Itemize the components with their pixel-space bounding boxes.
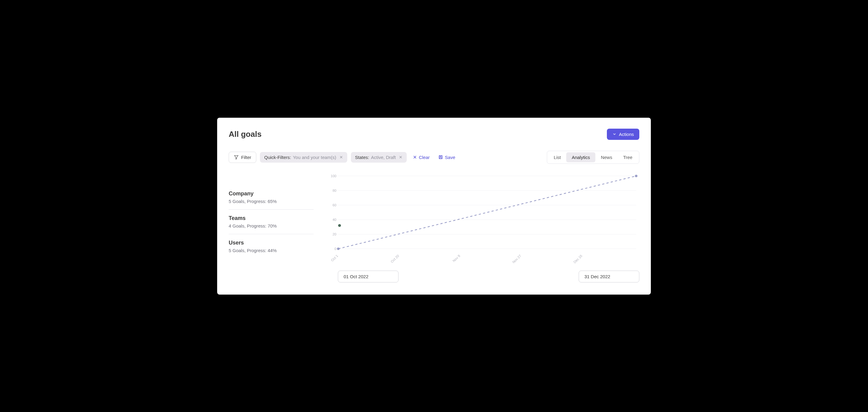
sidebar-block-sub: 5 Goals, Progress: 44% xyxy=(229,248,314,253)
date-start-input[interactable] xyxy=(338,271,399,283)
close-icon[interactable] xyxy=(339,155,343,160)
actions-button[interactable]: Actions xyxy=(607,129,639,140)
clear-label: Clear xyxy=(419,155,430,160)
actions-label: Actions xyxy=(619,132,634,137)
view-tabs: List Analytics News Tree xyxy=(547,151,639,164)
toolbar-left: Filter Quick-Filters: You and your team(… xyxy=(229,152,458,163)
svg-text:60: 60 xyxy=(333,203,337,207)
svg-text:Dec 16: Dec 16 xyxy=(572,254,583,264)
tab-tree[interactable]: Tree xyxy=(618,152,638,162)
save-button[interactable]: Save xyxy=(436,153,458,162)
chip-label: Quick-Filters: xyxy=(264,155,291,160)
date-end-input[interactable] xyxy=(579,271,639,283)
x-icon xyxy=(413,155,417,159)
sidebar-block-title: Teams xyxy=(229,215,314,222)
svg-line-26 xyxy=(338,176,636,249)
sidebar-block-sub: 5 Goals, Progress: 65% xyxy=(229,199,314,204)
svg-text:Oct 20: Oct 20 xyxy=(390,254,400,263)
chip-quick-filters[interactable]: Quick-Filters: You and your team(s) xyxy=(260,152,347,163)
sidebar-block-users[interactable]: Users 5 Goals, Progress: 44% xyxy=(229,234,314,259)
chip-label: States: xyxy=(355,155,369,160)
chart-svg: 020406080100Oct 1Oct 20Nov 8Nov 27Dec 16 xyxy=(326,173,639,264)
sidebar-block-company[interactable]: Company 5 Goals, Progress: 65% xyxy=(229,185,314,209)
filter-button[interactable]: Filter xyxy=(229,152,256,163)
page-title: All goals xyxy=(229,129,261,139)
filter-label: Filter xyxy=(241,155,251,160)
content: Company 5 Goals, Progress: 65% Teams 4 G… xyxy=(229,173,639,283)
svg-text:20: 20 xyxy=(333,232,337,236)
svg-text:Nov 27: Nov 27 xyxy=(512,254,522,264)
svg-text:80: 80 xyxy=(333,189,337,193)
chip-states[interactable]: States: Active, Draft xyxy=(351,152,407,163)
sidebar: Company 5 Goals, Progress: 65% Teams 4 G… xyxy=(229,173,314,283)
save-label: Save xyxy=(445,155,455,160)
sidebar-block-title: Users xyxy=(229,240,314,246)
svg-marker-0 xyxy=(235,156,238,159)
clear-button[interactable]: Clear xyxy=(410,153,432,162)
sidebar-block-teams[interactable]: Teams 4 Goals, Progress: 70% xyxy=(229,209,314,234)
chip-value: You and your team(s) xyxy=(293,155,336,160)
tab-list[interactable]: List xyxy=(548,152,566,162)
svg-rect-8 xyxy=(440,157,441,159)
svg-text:Oct 1: Oct 1 xyxy=(330,254,339,262)
svg-text:0: 0 xyxy=(335,247,336,251)
sidebar-block-title: Company xyxy=(229,190,314,197)
header: All goals Actions xyxy=(229,129,639,140)
filter-icon xyxy=(234,155,239,159)
tab-analytics[interactable]: Analytics xyxy=(566,152,595,162)
tab-news[interactable]: News xyxy=(595,152,618,162)
save-icon xyxy=(438,155,443,159)
close-icon[interactable] xyxy=(399,155,402,160)
svg-point-27 xyxy=(337,247,339,250)
svg-point-28 xyxy=(635,175,638,177)
svg-text:40: 40 xyxy=(333,218,337,222)
chevron-down-icon xyxy=(612,132,617,136)
chart: 020406080100Oct 1Oct 20Nov 8Nov 27Dec 16 xyxy=(326,173,639,264)
svg-text:Nov 8: Nov 8 xyxy=(452,254,461,263)
date-range-row xyxy=(326,271,639,283)
svg-point-29 xyxy=(338,224,341,227)
chip-value: Active, Draft xyxy=(371,155,396,160)
sidebar-block-sub: 4 Goals, Progress: 70% xyxy=(229,223,314,229)
chart-area: 020406080100Oct 1Oct 20Nov 8Nov 27Dec 16 xyxy=(326,173,639,283)
goals-panel: All goals Actions Filter Quick-Filters: … xyxy=(217,118,651,295)
svg-text:100: 100 xyxy=(331,174,336,178)
toolbar: Filter Quick-Filters: You and your team(… xyxy=(229,151,639,164)
